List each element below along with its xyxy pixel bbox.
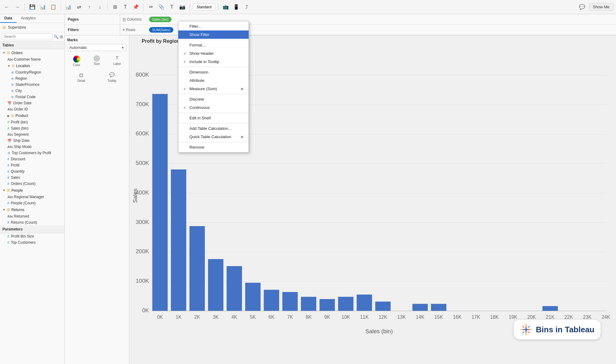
field-order-date[interactable]: 📅 Order Date: [0, 100, 64, 106]
text-icon[interactable]: T: [168, 3, 176, 11]
label-icon[interactable]: T: [121, 3, 130, 11]
pencil-icon[interactable]: ✏: [147, 3, 155, 11]
field-returned[interactable]: Abc Returned: [0, 213, 64, 219]
abc-icon: Abc: [7, 195, 12, 199]
tooltip-button[interactable]: 💬 Tooltip: [106, 71, 118, 84]
sort-asc-icon[interactable]: ↑: [85, 3, 94, 11]
label-button[interactable]: T Label: [112, 54, 122, 68]
pin-icon[interactable]: 📌: [132, 3, 140, 11]
ctx-include-tooltip[interactable]: ✓ Include in Tooltip: [178, 58, 249, 66]
field-ship-date[interactable]: 📅 Ship Date: [0, 138, 64, 144]
sep5: [190, 3, 190, 11]
marks-type-dropdown[interactable]: Automatic ▼: [67, 44, 127, 51]
show-me-button[interactable]: Show Me: [589, 3, 614, 11]
svg-text:22K: 22K: [565, 314, 573, 320]
field-order-id[interactable]: Abc Order ID: [0, 106, 64, 112]
camera-icon[interactable]: 📷: [178, 3, 187, 11]
ask-data-icon[interactable]: 💬: [578, 3, 586, 11]
save-icon[interactable]: 💾: [28, 3, 37, 11]
field-state-province[interactable]: ⊕ State/Province: [0, 82, 64, 88]
field-segment[interactable]: Abc Segment: [0, 131, 64, 138]
ctx-continuous[interactable]: ✓ Continuous: [178, 103, 249, 112]
ctx-quick-table-calc[interactable]: Quick Table Calculation ▶: [178, 133, 249, 141]
ctx-add-table-calc[interactable]: Add Table Calculation...: [178, 124, 249, 133]
ctx-attribute[interactable]: Attribute: [178, 76, 249, 85]
abc-icon: Abc: [7, 145, 12, 149]
field-people-count[interactable]: # People (Count): [0, 200, 64, 206]
field-city[interactable]: ⊕ City: [0, 88, 64, 94]
ctx-include-tooltip-check: ✓: [183, 60, 188, 64]
rows-icon: ≡: [123, 27, 125, 32]
ctx-edit-shelf[interactable]: Edit in Shelf: [178, 114, 249, 122]
param-profit-bin-size[interactable]: # Profit Bin Size: [0, 233, 64, 239]
param-top-customers[interactable]: # Top Customers: [0, 239, 64, 246]
size-label: Size: [94, 62, 100, 66]
ctx-attribute-left: Attribute: [183, 78, 204, 83]
returns-chevron-icon: ▼: [2, 208, 6, 211]
size-button[interactable]: Size: [92, 54, 101, 68]
hash-green-icon: #: [7, 234, 9, 238]
new-datasource-icon[interactable]: 📊: [38, 3, 47, 11]
field-country-region[interactable]: ⊕ Country/Region: [0, 69, 64, 75]
field-quantity[interactable]: # Quantity: [0, 168, 64, 174]
globe-icon: ⊕: [11, 77, 14, 81]
duplicate-icon[interactable]: 📋: [49, 3, 58, 11]
ctx-format[interactable]: Format...: [178, 41, 249, 49]
search-button[interactable]: 🔍: [54, 33, 59, 40]
detail-button[interactable]: ⊡ Detail: [76, 71, 87, 84]
bar-chart-icon[interactable]: 📊: [64, 3, 73, 11]
undo-icon[interactable]: ←: [2, 3, 11, 11]
svg-text:200K: 200K: [136, 248, 149, 254]
group-people-header[interactable]: ▼ ⊞ People: [0, 187, 64, 194]
field-discount[interactable]: # Discount: [0, 156, 64, 162]
standard-dropdown[interactable]: Standard: [193, 4, 215, 10]
clip-icon[interactable]: 📎: [157, 3, 166, 11]
field-customer-name[interactable]: Abc Customer Name: [0, 56, 64, 62]
field-ship-mode[interactable]: Abc Ship Mode: [0, 144, 64, 150]
group-icon[interactable]: ⊞: [111, 3, 119, 11]
field-region[interactable]: ⊕ Region: [0, 75, 64, 82]
redo-icon[interactable]: →: [13, 3, 22, 11]
ctx-show-header[interactable]: ✓ Show Header: [178, 49, 249, 58]
field-orders-count[interactable]: # Orders (Count): [0, 181, 64, 187]
rows-pill-sum-sales[interactable]: SUM(Sales): [149, 27, 173, 33]
field-top-customers[interactable]: ⊕ Top Customers by Profit: [0, 150, 64, 156]
tab-analytics[interactable]: Analytics: [17, 14, 40, 23]
swap-icon[interactable]: ⇄: [75, 3, 83, 11]
device-preview-icon[interactable]: 📱: [232, 3, 241, 11]
group-returns-header[interactable]: ▼ ⊞ Returns: [0, 206, 64, 213]
color-button[interactable]: Color: [72, 54, 82, 68]
ctx-show-filter-label: Show Filter: [189, 32, 209, 37]
search-input[interactable]: [2, 33, 52, 40]
share-icon[interactable]: ⤴: [242, 3, 251, 11]
datasource-row[interactable]: ⊞ Superstore: [0, 23, 64, 32]
sort-desc-icon[interactable]: ↓: [95, 3, 104, 11]
ctx-dimension[interactable]: Dimension: [178, 68, 249, 76]
ctx-sep2: [178, 67, 249, 67]
field-returns-count[interactable]: # Returns (Count): [0, 219, 64, 226]
field-sales-bin[interactable]: # Sales (bin): [0, 125, 64, 131]
field-label: Order ID: [14, 107, 28, 111]
ctx-filter[interactable]: Filter...: [178, 22, 249, 30]
group-orders-header[interactable]: ▼ ⊞ Orders: [0, 49, 64, 56]
ctx-format-check: [183, 43, 188, 47]
hash-icon: #: [7, 221, 9, 224]
field-sales[interactable]: # Sales: [0, 174, 64, 181]
columns-pill-sales-bin[interactable]: Sales (bin): [149, 17, 172, 22]
field-postal-code[interactable]: ⊕ Postal Code: [0, 94, 64, 100]
field-regional-manager[interactable]: Abc Regional Manager: [0, 194, 64, 200]
present-mode-icon[interactable]: 📺: [221, 3, 230, 11]
ctx-discrete[interactable]: Discrete: [178, 95, 249, 103]
field-profit[interactable]: # Profit: [0, 162, 64, 168]
group-location[interactable]: ▼ ⊞ Location: [0, 62, 64, 69]
ctx-measure[interactable]: ✓ Measure (Sum) ▶: [178, 85, 249, 93]
group-product[interactable]: ▶ ⊞ Product: [0, 112, 64, 119]
ctx-show-filter[interactable]: Show Filter: [178, 30, 249, 39]
field-profit-bin[interactable]: # Profit (bin): [0, 119, 64, 125]
hash-icon: #: [7, 126, 9, 130]
filter-icon[interactable]: ⊞: [60, 33, 63, 40]
ctx-remove[interactable]: Remove: [178, 143, 249, 151]
calendar-icon: 📅: [7, 139, 12, 143]
tab-data[interactable]: Data: [0, 14, 17, 23]
svg-text:17K: 17K: [472, 314, 480, 320]
